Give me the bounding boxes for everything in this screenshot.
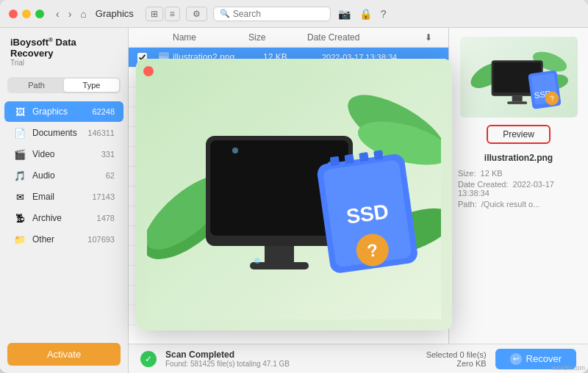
help-icon[interactable]: ? bbox=[379, 7, 388, 21]
size-label: Size: bbox=[458, 169, 476, 178]
search-box: 🔍 bbox=[213, 7, 331, 21]
sidebar-item-graphics[interactable]: 🖼 Graphics 62248 bbox=[4, 101, 123, 122]
path-label: Path: bbox=[458, 200, 477, 209]
sidebar-item-count: 62248 bbox=[92, 107, 115, 116]
size-value: 12 KB bbox=[481, 169, 503, 178]
preview-thumbnail: SSD ? bbox=[460, 37, 578, 117]
date-label: Date Created: bbox=[458, 180, 508, 189]
preview-button[interactable]: Preview bbox=[487, 125, 551, 144]
nav-buttons: ‹ › ⌂ bbox=[53, 7, 90, 21]
sidebar-item-label: Graphics bbox=[32, 106, 92, 117]
scan-title: Scan Completed bbox=[165, 350, 290, 360]
activate-button[interactable]: Activate bbox=[7, 343, 121, 366]
app-trial-label: Trial bbox=[10, 59, 118, 67]
sidebar-item-label: Audio bbox=[32, 170, 106, 181]
tab-path[interactable]: Path bbox=[9, 79, 64, 92]
back-button[interactable]: ‹ bbox=[53, 7, 62, 21]
filter-button[interactable]: ⚙ bbox=[186, 7, 207, 21]
sidebar-item-email[interactable]: ✉ Email 17143 bbox=[4, 186, 123, 207]
header-name: Name bbox=[173, 32, 248, 43]
email-icon: ✉ bbox=[13, 190, 26, 203]
graphics-icon: 🖼 bbox=[13, 105, 26, 118]
sidebar-item-video[interactable]: 🎬 Video 331 bbox=[4, 144, 123, 164]
traffic-lights bbox=[9, 10, 44, 18]
svg-rect-49 bbox=[250, 262, 309, 269]
sidebar-item-label: Email bbox=[32, 192, 92, 202]
sidebar-item-count: 146311 bbox=[87, 128, 115, 137]
sidebar-item-label: Other bbox=[32, 234, 87, 245]
header-size: Size bbox=[248, 32, 307, 43]
sidebar-item-archive[interactable]: 🗜 Archive 1478 bbox=[4, 208, 123, 228]
camera-icon[interactable]: 📷 bbox=[337, 7, 352, 21]
sidebar-item-other[interactable]: 📁 Other 107693 bbox=[4, 229, 123, 250]
minimize-button[interactable] bbox=[22, 10, 31, 18]
sidebar: iBoysoft® Data Recovery Trial Path Type … bbox=[0, 28, 129, 373]
archive-icon: 🗜 bbox=[13, 211, 26, 225]
titlebar: ‹ › ⌂ Graphics ⊞ ≡ ⚙ 🔍 📷 🔒 ? bbox=[0, 0, 588, 28]
scan-text: Scan Completed Found: 581425 file(s) tot… bbox=[165, 350, 290, 368]
file-info-name: illustration2.png bbox=[484, 153, 553, 163]
file-info-path: Path: /Quick result o... bbox=[458, 200, 579, 209]
header-date: Date Created bbox=[307, 32, 425, 43]
sidebar-item-count: 62 bbox=[106, 171, 115, 180]
forward-button[interactable]: › bbox=[65, 7, 75, 21]
sidebar-item-documents[interactable]: 📄 Documents 146311 bbox=[4, 123, 123, 143]
app-window: ‹ › ⌂ Graphics ⊞ ≡ ⚙ 🔍 📷 🔒 ? iBoysoft® D… bbox=[0, 0, 588, 373]
close-button[interactable] bbox=[9, 10, 18, 18]
header-extra: ⬇ bbox=[425, 32, 440, 43]
svg-point-51 bbox=[232, 148, 238, 153]
file-info-size: Size: 12 KB bbox=[458, 169, 579, 178]
svg-point-53 bbox=[254, 258, 260, 264]
file-info-date: Date Created: 2022-03-17 13:38:34 bbox=[458, 180, 579, 198]
sidebar-item-label: Archive bbox=[32, 213, 97, 223]
sidebar-item-label: Documents bbox=[32, 128, 87, 138]
popup-image: SSD ? bbox=[136, 59, 452, 330]
watermark: wsxdn.com bbox=[552, 364, 585, 372]
view-buttons: ⊞ ≡ bbox=[146, 7, 180, 21]
svg-rect-59 bbox=[373, 150, 384, 160]
list-view-button[interactable]: ≡ bbox=[165, 7, 180, 21]
sidebar-item-label: Video bbox=[32, 149, 101, 159]
right-panel: SSD ? Preview illustration2.png Size: 12… bbox=[448, 28, 588, 344]
svg-rect-33 bbox=[512, 96, 522, 101]
sidebar-item-count: 331 bbox=[101, 150, 115, 159]
recover-label: Recover bbox=[526, 353, 562, 364]
scan-subtitle: Found: 581425 file(s) totaling 47.1 GB bbox=[165, 360, 290, 368]
sidebar-tabs: Path Type bbox=[7, 77, 121, 93]
audio-icon: 🎵 bbox=[13, 169, 26, 182]
sidebar-item-count: 1478 bbox=[97, 214, 115, 222]
svg-rect-34 bbox=[507, 101, 527, 104]
home-button[interactable]: ⌂ bbox=[77, 7, 89, 21]
popup-close-button[interactable] bbox=[143, 66, 154, 76]
svg-rect-56 bbox=[330, 156, 340, 167]
path-value: /Quick result o... bbox=[481, 200, 539, 209]
recover-icon: ↩ bbox=[510, 353, 522, 365]
svg-rect-48 bbox=[265, 246, 294, 262]
svg-rect-58 bbox=[359, 152, 369, 162]
selected-size: Zero KB bbox=[426, 359, 487, 368]
search-input[interactable] bbox=[233, 9, 324, 19]
documents-icon: 📄 bbox=[13, 126, 26, 140]
status-bar: ✓ Scan Completed Found: 581425 file(s) t… bbox=[129, 344, 588, 373]
selected-count: Selected 0 file(s) bbox=[426, 350, 487, 359]
tab-type[interactable]: Type bbox=[64, 79, 119, 92]
titlebar-section: Graphics bbox=[96, 8, 134, 19]
sidebar-header: iBoysoft® Data Recovery Trial bbox=[0, 28, 128, 73]
sidebar-items: 🖼 Graphics 62248 📄 Documents 146311 🎬 Vi… bbox=[0, 98, 128, 336]
titlebar-right-icons: 📷 🔒 ? bbox=[337, 7, 388, 21]
search-icon: 🔍 bbox=[220, 9, 230, 18]
sidebar-item-audio[interactable]: 🎵 Audio 62 bbox=[4, 165, 123, 186]
svg-rect-57 bbox=[344, 154, 354, 164]
sidebar-item-count: 107693 bbox=[87, 235, 115, 244]
video-icon: 🎬 bbox=[13, 148, 26, 161]
maximize-button[interactable] bbox=[35, 10, 44, 18]
file-list-header: Name Size Date Created ⬇ bbox=[129, 28, 448, 48]
app-title: iBoysoft® Data Recovery bbox=[10, 37, 118, 59]
preview-popup: SSD ? bbox=[136, 59, 452, 330]
scan-complete-icon: ✓ bbox=[140, 351, 157, 367]
selected-info: Selected 0 file(s) Zero KB bbox=[426, 350, 487, 368]
sidebar-item-count: 17143 bbox=[92, 192, 115, 201]
other-icon: 📁 bbox=[13, 233, 26, 246]
grid-view-button[interactable]: ⊞ bbox=[146, 7, 163, 21]
lock-icon[interactable]: 🔒 bbox=[358, 7, 373, 21]
